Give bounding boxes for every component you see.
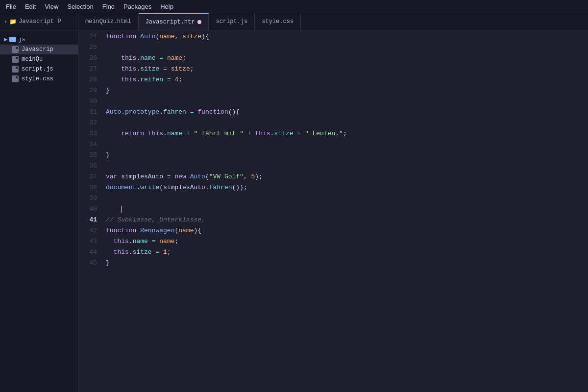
code-line-25 [102,42,588,53]
code-line-45: } [102,258,588,269]
menu-find[interactable]: Find [98,2,119,11]
line-num-37: 37 [78,172,97,182]
code-line-26: this.name = name; [102,53,588,64]
line-num-33: 33 [78,128,97,139]
code-line-24: function Auto(name, sitze){ [102,31,588,42]
line-num-24: 24 [78,31,97,42]
breadcrumb: ▾ 📁 Javascript P [0,13,78,30]
code-line-27: this.sitze = sitze; [102,64,588,74]
code-line-39 [102,193,588,204]
line-num-32: 32 [78,118,97,128]
tab-stylecss[interactable]: style.css [255,13,301,30]
file-icon [12,75,19,82]
menu-edit[interactable]: Edit [21,2,40,11]
code-editor[interactable]: 24 25 26 27 28 29 30 31 32 33 34 35 36 3… [78,30,588,392]
code-line-33: return this.name + " fährt mit " + this.… [102,128,588,139]
tab-meinquiz[interactable]: meinQuiz.html [78,13,139,30]
menubar: File Edit View Selection Find Packages H… [0,0,588,13]
line-num-39: 39 [78,193,97,204]
line-num-26: 26 [78,53,97,64]
file-icon [12,66,19,73]
line-num-25: 25 [78,42,97,53]
menu-file[interactable]: File [2,2,20,11]
menu-help[interactable]: Help [156,2,177,11]
sidebar-folder-js[interactable]: ▶ js [0,34,78,45]
line-num-38: 38 [78,182,97,193]
chevron-icon: ▾ [4,18,7,25]
code-line-31: Auto.prototype.fahren = function(){ [102,107,588,118]
line-num-42: 42 [78,225,97,236]
sidebar: ▶ js Javascrip meinQu script.js style.cs… [0,30,78,392]
line-num-27: 27 [78,64,97,74]
code-line-38: document.write(simplesAuto.fahren()); [102,182,588,193]
line-num-35: 35 [78,150,97,161]
line-num-45: 45 [78,258,97,269]
sidebar-file-meinqu[interactable]: meinQu [0,54,78,64]
tabbar: ▾ 📁 Javascript P meinQuiz.html Javascrip… [0,13,588,30]
tab-javascript[interactable]: Javascript.htr [139,13,209,30]
code-line-36 [102,161,588,172]
line-num-30: 30 [78,96,97,107]
line-num-41: 41 [78,215,97,225]
menu-view[interactable]: View [41,2,62,11]
line-num-31: 31 [78,107,97,118]
code-line-37: var simplesAuto = new Auto("VW Golf", 5)… [102,172,588,182]
folder-label: js [18,36,25,43]
code-line-29: } [102,85,588,96]
folder-icon [9,37,16,42]
line-numbers: 24 25 26 27 28 29 30 31 32 33 34 35 36 3… [78,30,102,392]
file-label: script.js [22,66,53,73]
line-num-44: 44 [78,247,97,258]
code-line-44: this.sitze = 1; [102,247,588,258]
code-line-42: function Rennwagen(name){ [102,225,588,236]
code-line-34 [102,139,588,150]
tab-scriptjs[interactable]: script.js [209,13,255,30]
chevron-right-icon: ▶ [4,36,7,43]
sidebar-file-stylecss[interactable]: style.css [0,74,78,84]
code-line-43: this.name = name; [102,236,588,247]
file-icon [12,46,19,53]
file-label: Javascrip [22,46,53,53]
menu-packages[interactable]: Packages [120,2,155,11]
code-line-30 [102,96,588,107]
line-num-29: 29 [78,85,97,96]
code-content[interactable]: function Auto(name, sitze){ this.name = … [102,30,588,392]
code-line-40 [102,204,588,215]
file-label: style.css [22,75,53,82]
line-num-34: 34 [78,139,97,150]
line-num-28: 28 [78,74,97,85]
code-line-41: // Subklasse, Unterklasse, [102,215,588,225]
line-num-43: 43 [78,236,97,247]
menu-selection[interactable]: Selection [63,2,97,11]
sidebar-file-scriptjs[interactable]: script.js [0,64,78,74]
sidebar-file-javascript[interactable]: Javascrip [0,45,78,54]
line-num-40: 40 [78,204,97,215]
line-num-36: 36 [78,161,97,172]
modified-dot [197,20,201,24]
code-line-28: this.reifen = 4; [102,74,588,85]
breadcrumb-label: Javascript P [19,18,61,25]
code-line-35: } [102,150,588,161]
folder-icon: 📁 [9,18,17,25]
code-line-32 [102,118,588,128]
tabs-container: meinQuiz.html Javascript.htr script.js s… [78,13,301,30]
file-icon [12,56,19,63]
main-layout: ▶ js Javascrip meinQu script.js style.cs… [0,30,588,392]
file-label: meinQu [22,56,43,63]
